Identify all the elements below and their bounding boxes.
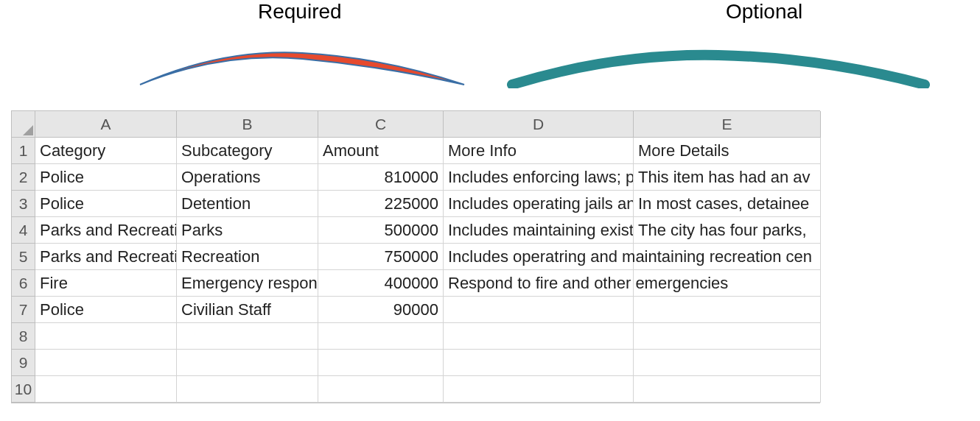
annotation-layer: Required Optional [11,0,980,110]
row-header[interactable]: 6 [12,270,35,297]
cell-B6[interactable]: Emergency response [177,270,318,297]
cell-B9[interactable] [177,350,318,376]
cell-D2[interactable]: Includes enforcing laws; pr [444,164,634,191]
cell-D4[interactable]: Includes maintaining existir [444,217,634,244]
cell-A8[interactable] [35,323,177,350]
cell-B7[interactable]: Civilian Staff [177,297,318,323]
cell-A1[interactable]: Category [35,138,177,164]
cell-B10[interactable] [177,376,318,403]
cell-E2[interactable]: This item has had an av [634,164,821,191]
cell-E3[interactable]: In most cases, detainee [634,191,821,217]
cell-B5[interactable]: Recreation [177,244,318,270]
cell-B8[interactable] [177,323,318,350]
row-header[interactable]: 7 [12,297,35,323]
cell-D1[interactable]: More Info [444,138,634,164]
cell-C6[interactable]: 400000 [318,270,444,297]
row-header[interactable]: 4 [12,217,35,244]
cell-C1[interactable]: Amount [318,138,444,164]
row-header[interactable]: 1 [12,138,35,164]
optional-label: Optional [726,0,802,24]
cell-A5[interactable]: Parks and Recreatio [35,244,177,270]
row-header[interactable]: 3 [12,191,35,217]
row-header[interactable]: 9 [12,350,35,376]
cell-D10[interactable] [444,376,634,403]
cell-A9[interactable] [35,350,177,376]
cell-D8[interactable] [444,323,634,350]
cell-D5[interactable]: Includes operatring and maintaining recr… [444,244,634,270]
cell-C7[interactable]: 90000 [318,297,444,323]
cell-C2[interactable]: 810000 [318,164,444,191]
row-header[interactable]: 2 [12,164,35,191]
cell-D3[interactable]: Includes operating jails and [444,191,634,217]
cell-E9[interactable] [634,350,821,376]
cell-A2[interactable]: Police [35,164,177,191]
cell-D6-text: Respond to fire and other emergencies [448,270,728,297]
cell-A10[interactable] [35,376,177,403]
select-all-corner[interactable] [12,111,35,138]
cell-D6[interactable]: Respond to fire and other emergencies [444,270,634,297]
col-header-E[interactable]: E [634,111,821,138]
cell-E4[interactable]: The city has four parks, [634,217,821,244]
cell-D7[interactable] [444,297,634,323]
spreadsheet-grid[interactable]: A B C D E 1 Category Subcategory Amount … [11,110,820,403]
row-header[interactable]: 5 [12,244,35,270]
col-header-D[interactable]: D [444,111,634,138]
cell-D9[interactable] [444,350,634,376]
cell-A7[interactable]: Police [35,297,177,323]
cell-C10[interactable] [318,376,444,403]
col-header-A[interactable]: A [35,111,177,138]
cell-C4[interactable]: 500000 [318,217,444,244]
row-header[interactable]: 8 [12,323,35,350]
cell-A3[interactable]: Police [35,191,177,217]
cell-C5[interactable]: 750000 [318,244,444,270]
cell-C3[interactable]: 225000 [318,191,444,217]
optional-brace-icon [505,44,932,88]
cell-E8[interactable] [634,323,821,350]
row-header[interactable]: 10 [12,376,35,403]
required-label: Required [258,0,342,24]
cell-E7[interactable] [634,297,821,323]
cell-E10[interactable] [634,376,821,403]
cell-B1[interactable]: Subcategory [177,138,318,164]
cell-B2[interactable]: Operations [177,164,318,191]
cell-B4[interactable]: Parks [177,217,318,244]
required-brace-icon [133,44,472,88]
cell-A4[interactable]: Parks and Recreatio [35,217,177,244]
cell-E1[interactable]: More Details [634,138,821,164]
cell-A6[interactable]: Fire [35,270,177,297]
cell-D5-text: Includes operatring and maintaining recr… [448,244,812,270]
cell-B3[interactable]: Detention [177,191,318,217]
col-header-C[interactable]: C [318,111,444,138]
cell-C9[interactable] [318,350,444,376]
col-header-B[interactable]: B [177,111,318,138]
cell-C8[interactable] [318,323,444,350]
